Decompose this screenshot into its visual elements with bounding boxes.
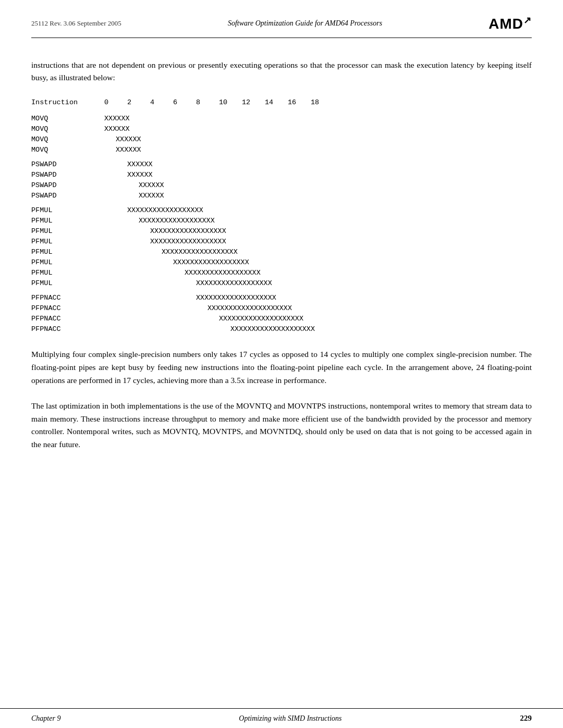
instr-name: PFMUL: [31, 269, 104, 277]
timing-bar: XXXXXXXXXXXXXXXXXX: [104, 269, 261, 277]
timing-bar: XXXXXXXXXXXXXXXXXX: [104, 217, 215, 225]
x-bar: XXXXXXXXXXXXXXXXXX: [173, 258, 249, 266]
timing-col-num: 4: [150, 98, 173, 106]
timing-bar: XXXXXXXXXXXXXXXXXXXX: [104, 304, 292, 312]
header: 25112 Rev. 3.06 September 2005 Software …: [0, 0, 563, 38]
timing-row: PSWAPDXXXXXX: [31, 159, 532, 169]
doc-number: 25112 Rev. 3.06 September 2005: [31, 19, 121, 28]
x-bar: XXXXXXXXXXXXXXXXXX: [127, 206, 203, 214]
timing-bar: XXXXXXXXXXXXXXXXXX: [104, 206, 203, 214]
doc-title: Software Optimization Guide for AMD64 Pr…: [121, 19, 489, 28]
timing-row: PFPNACCXXXXXXXXXXXXXXXXXXXX: [31, 314, 532, 323]
timing-row: PFMULXXXXXXXXXXXXXXXXXX: [31, 216, 532, 225]
instr-name: PFMUL: [31, 258, 104, 266]
x-bar: XXXXXX: [116, 135, 141, 143]
timing-bar: XXXXXXXXXXXXXXXXXX: [104, 238, 226, 245]
timing-col-num: 0: [104, 98, 127, 106]
timing-row: MOVQXXXXXX: [31, 134, 532, 144]
timing-col-label: Instruction: [31, 98, 104, 106]
x-bar: XXXXXXXXXXXXXXXXXX: [150, 227, 226, 235]
timing-bar: XXXXXX: [104, 146, 141, 154]
footer-page: 229: [520, 714, 532, 723]
timing-header-row: Instruction 024681012141618: [31, 98, 532, 106]
timing-row: PFMULXXXXXXXXXXXXXXXXXX: [31, 278, 532, 288]
timing-bar: XXXXXXXXXXXXXXXXXX: [104, 279, 272, 287]
timing-row: PFMULXXXXXXXXXXXXXXXXXX: [31, 257, 532, 267]
x-bar: XXXXXXXXXXXXXXXXXX: [139, 217, 215, 225]
timing-bar: XXXXXXXXXXXXXXXXXXXX: [104, 325, 315, 333]
timing-row: MOVQXXXXXX: [31, 114, 532, 123]
timing-row: MOVQXXXXXX: [31, 124, 532, 133]
timing-col-num: 18: [311, 98, 334, 106]
timing-bar: XXXXXXXXXXXXXXXXXX: [104, 258, 249, 266]
timing-col-num: 12: [242, 98, 265, 106]
x-bar: XXXXXXXXXXXXXXXXXX: [185, 269, 261, 277]
x-bar: XXXXXXXXXXXXXXXXXXXX: [230, 325, 315, 333]
x-bar: XXXXXX: [127, 161, 153, 168]
main-content: instructions that are not dependent on p…: [0, 38, 563, 505]
x-bar: XXXXXX: [127, 171, 153, 179]
timing-bar: XXXXXX: [104, 135, 141, 143]
intro-paragraph: instructions that are not dependent on p…: [31, 59, 532, 84]
timing-col-num: 8: [196, 98, 219, 106]
timing-row: PFMULXXXXXXXXXXXXXXXXXX: [31, 268, 532, 277]
instr-name: PSWAPD: [31, 171, 104, 179]
timing-row: MOVQXXXXXX: [31, 145, 532, 154]
footer-chapter: Chapter 9: [31, 714, 60, 723]
timing-row: PFMULXXXXXXXXXXXXXXXXXX: [31, 205, 532, 215]
timing-row: PFMULXXXXXXXXXXXXXXXXXX: [31, 226, 532, 236]
instr-name: PFMUL: [31, 248, 104, 256]
instr-name: PFPNACC: [31, 315, 104, 323]
footer: Chapter 9 Optimizing with SIMD Instructi…: [0, 708, 563, 728]
timing-bar: XXXXXXXXXXXXXXXXXX: [104, 227, 226, 235]
x-bar: XXXXXX: [116, 146, 141, 154]
page: 25112 Rev. 3.06 September 2005 Software …: [0, 0, 563, 728]
timing-row: PFMULXXXXXXXXXXXXXXXXXX: [31, 237, 532, 246]
instr-name: PFPNACC: [31, 294, 104, 302]
timing-rows-container: MOVQXXXXXXMOVQXXXXXXMOVQXXXXXXMOVQXXXXXX…: [31, 114, 532, 334]
timing-bar: XXXXXX: [104, 161, 153, 168]
timing-bar: XXXXXXXXXXXXXXXXXXX: [104, 294, 276, 302]
instr-name: MOVQ: [31, 135, 104, 143]
timing-row: PFPNACCXXXXXXXXXXXXXXXXXXXX: [31, 303, 532, 313]
body-paragraph-1: Multiplying four complex single-precisio…: [31, 348, 532, 387]
instr-name: PFMUL: [31, 217, 104, 225]
x-bar: XXXXXX: [104, 125, 130, 133]
timing-bar: XXXXXX: [104, 115, 130, 122]
x-bar: XXXXXX: [139, 192, 164, 200]
timing-row: PFPNACCXXXXXXXXXXXXXXXXXXX: [31, 293, 532, 302]
timing-diagram: Instruction 024681012141618 MOVQXXXXXXMO…: [31, 98, 532, 334]
instr-name: PFPNACC: [31, 304, 104, 312]
instr-name: PSWAPD: [31, 181, 104, 189]
x-bar: XXXXXX: [139, 181, 164, 189]
x-bar: XXXXXXXXXXXXXXXXXX: [150, 238, 226, 245]
timing-col-num: 16: [288, 98, 311, 106]
x-bar: XXXXXXXXXXXXXXXXXXX: [196, 294, 276, 302]
instr-name: MOVQ: [31, 115, 104, 122]
timing-row: PSWAPDXXXXXX: [31, 180, 532, 190]
instr-name: PFPNACC: [31, 325, 104, 333]
timing-row: PSWAPDXXXXXX: [31, 191, 532, 200]
instr-name: PSWAPD: [31, 192, 104, 200]
timing-col-num: 10: [219, 98, 242, 106]
x-bar: XXXXXXXXXXXXXXXXXX: [162, 248, 238, 256]
timing-bar: XXXXXX: [104, 181, 164, 189]
instr-name: PFMUL: [31, 206, 104, 214]
timing-row: PFMULXXXXXXXXXXXXXXXXXX: [31, 247, 532, 256]
instr-name: PFMUL: [31, 238, 104, 245]
timing-bar: XXXXXX: [104, 192, 164, 200]
instr-name: PFMUL: [31, 227, 104, 235]
instr-name: MOVQ: [31, 125, 104, 133]
timing-numbers: 024681012141618: [104, 98, 334, 106]
timing-bar: XXXXXX: [104, 125, 130, 133]
timing-bar: XXXXXXXXXXXXXXXXXXXX: [104, 315, 303, 323]
x-bar: XXXXXXXXXXXXXXXXXX: [196, 279, 272, 287]
timing-row: PSWAPDXXXXXX: [31, 170, 532, 179]
timing-bar: XXXXXX: [104, 171, 153, 179]
x-bar: XXXXXX: [104, 115, 130, 122]
x-bar: XXXXXXXXXXXXXXXXXXXX: [219, 315, 303, 323]
amd-logo: AMD↗: [488, 15, 532, 32]
timing-col-num: 6: [173, 98, 196, 106]
instr-name: MOVQ: [31, 146, 104, 154]
amd-logo-text: AMD↗: [488, 15, 532, 32]
